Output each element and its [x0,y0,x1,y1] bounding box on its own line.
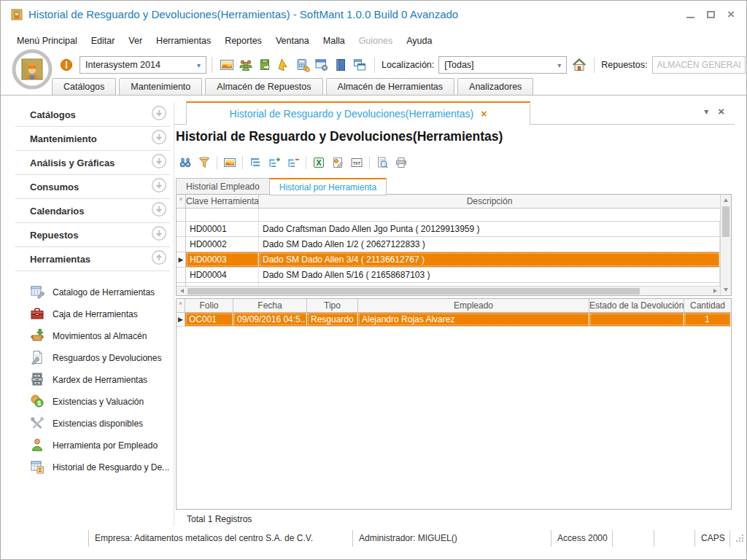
menu-reportes[interactable]: Reportes [225,36,262,46]
table-row[interactable]: HD00001 Dado Craftsman Dado Allen Jgo Pu… [177,222,720,237]
scrollbar-thumb[interactable] [187,288,640,295]
repuestos-label: Repuestos: [601,60,647,70]
tab-analizadores[interactable]: Analizadores [457,78,533,95]
app-icon [11,9,23,20]
subtab-historial-por-herramienta[interactable]: Historial por Herramienta [269,178,387,195]
calculator-icon[interactable] [295,58,310,72]
column-descripcion[interactable]: Descripción [259,195,720,208]
column-cantidad[interactable]: Cantidad [684,299,731,312]
book-icon[interactable] [333,58,348,72]
sidebar-item-existencias-valuacion[interactable]: $ Existencias y Valuación [15,391,170,413]
crossed-tools-icon [30,416,44,432]
localizacion-combo-value: [Todas] [444,60,553,70]
tree-remove-icon[interactable] [287,156,300,169]
statusbar-database: Access 2000 [551,530,612,547]
menu-menu-principal[interactable]: Menú Principal [17,36,77,46]
menu-ventana[interactable]: Ventana [276,36,309,46]
tree-add-icon[interactable] [268,156,281,169]
tab-almacen-herramientas[interactable]: Almacén de Herramientas [326,78,455,95]
sidebar-item-existencias-disponibles[interactable]: Existencias disponibles [15,413,170,435]
sidebar-section-catalogos[interactable]: Catálogos [15,103,170,127]
tab-close-icon[interactable]: × [481,108,487,120]
column-fecha[interactable]: Fecha [233,299,307,312]
image-icon[interactable] [220,58,234,72]
document-toolbar: X TXT [176,154,411,171]
menu-malla[interactable]: Malla [323,36,345,46]
preview-icon[interactable] [376,156,389,169]
scroll-down-icon[interactable] [721,284,731,295]
sidebar-item-catalogo-herramientas[interactable]: Catalogo de Herramientas [15,281,170,303]
scroll-left-icon[interactable] [177,287,187,295]
table-row-selected[interactable]: ▶ OC001 09/09/2016 04:5... Resguardo Ale… [177,313,731,327]
vertical-scrollbar[interactable] [720,195,731,295]
windows-icon[interactable] [352,58,367,72]
sidebar-item-movimientos-almacen[interactable]: Movimientos al Almacén [15,325,170,347]
users-icon[interactable] [239,58,253,72]
document-tab[interactable]: Historial de Resguardo y Devoluciones(He… [186,101,530,125]
table-row[interactable]: HD00002 Dado SM Dado Allen 1/2 ( 2062712… [177,237,720,252]
column-tipo[interactable]: Tipo [307,299,358,312]
column-empleado[interactable]: Empleado [358,299,589,312]
print-icon[interactable] [395,156,408,169]
table-row-selected[interactable]: ▶ HD00003 Dado SM Dado Allen 3/4 ( 21136… [177,252,720,268]
panel-dropdown-icon[interactable]: ▾ [704,106,708,117]
horizontal-scrollbar[interactable] [177,286,720,295]
binoculars-icon[interactable] [179,156,192,169]
menu-editar[interactable]: Editar [91,36,115,46]
scroll-up-icon[interactable] [721,195,731,206]
row-marker-icon: ▶ [177,252,186,267]
localizacion-combo[interactable]: [Todas] ▾ [438,56,567,74]
statusbar-empty-cell [612,530,654,547]
sidebar: Catálogos Mantenimiento Análisis y Gráfi… [15,96,170,530]
pointer-icon[interactable] [276,58,291,72]
close-button[interactable]: × [727,9,735,20]
excel-icon[interactable]: X [312,156,325,169]
filter-clave[interactable] [186,209,259,221]
subtab-historial-empleado[interactable]: Historial Empleado [176,178,269,195]
column-clave-herramienta[interactable]: Clave Herramienta [186,195,259,208]
warehouse-move-icon[interactable] [258,58,272,72]
sidebar-item-caja-herramientas[interactable]: Caja de Herramientas [15,303,170,325]
image-icon[interactable] [223,156,236,169]
scrollbar-thumb[interactable] [722,206,729,237]
maximize-button[interactable] [707,11,715,18]
sidebar-section-mantenimiento[interactable]: Mantenimiento [15,127,170,151]
tab-catalogos[interactable]: Catálogos [52,78,116,95]
tab-mantenimiento[interactable]: Mantenimiento [119,78,202,95]
sidebar-item-resguardos-devoluciones[interactable]: Resguardos y Devoluciones [15,347,170,369]
svg-text:Σ: Σ [39,467,42,473]
user-avatar[interactable] [12,49,53,93]
sidebar-section-herramientas[interactable]: Herramientas [15,247,170,271]
sidebar-section-repuestos[interactable]: Repuestos [15,223,170,247]
company-combo[interactable]: Interasystem 2014 ▾ [80,56,206,74]
tab-almacen-repuestos[interactable]: Almacén de Repuestos [205,78,322,95]
tag-doc-icon[interactable] [331,156,344,169]
scroll-right-icon[interactable] [710,287,720,295]
menu-ver[interactable]: Ver [128,36,142,46]
circle-arrow-down-icon [151,225,167,244]
sidebar-item-herramienta-por-empleado[interactable]: Herramienta por Empleado [15,435,170,456]
menu-herramientas[interactable]: Herramientas [156,36,211,46]
panel-close-icon[interactable]: × [718,107,724,116]
sidebar-section-analisis-graficas[interactable]: Análisis y Gráficas [15,151,170,175]
minimize-button[interactable] [686,11,694,18]
column-folio[interactable]: Folio [185,299,233,312]
repuestos-field[interactable] [652,56,746,74]
sidebar-section-calendarios[interactable]: Calendarios [15,199,170,223]
resize-grip[interactable] [729,530,746,547]
filter-icon[interactable] [198,156,211,169]
home-icon[interactable] [572,58,587,72]
column-estado-devolucion[interactable]: Estado de la Devolución [589,299,684,312]
window-settings-icon[interactable] [314,58,329,72]
filter-descripcion[interactable] [259,209,720,221]
herramientas-grid-header: * Clave Herramienta Descripción [177,195,720,209]
tree-icon[interactable] [249,156,262,169]
warning-icon[interactable] [59,58,74,72]
txt-icon[interactable]: TXT [350,156,363,169]
table-row[interactable]: HD00004 Dado SM Dado Allen 5/16 ( 216586… [177,268,720,283]
sidebar-item-historial-resguardo[interactable]: Σ Historial de Resguardo y De... [15,456,170,478]
filter-row[interactable] [177,209,720,222]
menu-ayuda[interactable]: Ayuda [406,36,432,46]
sidebar-section-consumos[interactable]: Consumos [15,175,170,199]
sidebar-item-kardex-herramientas[interactable]: Kardex de Herramientas [15,369,170,391]
